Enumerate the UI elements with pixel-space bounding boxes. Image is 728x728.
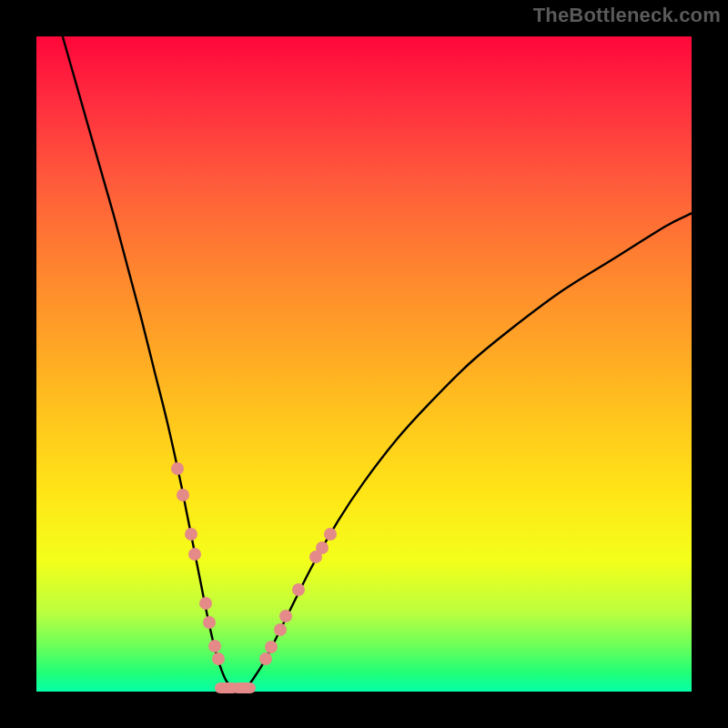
highlight-bead-flat: [232, 682, 256, 693]
curve-svg: [36, 36, 692, 692]
highlight-bead: [177, 489, 189, 501]
highlight-bead: [274, 623, 287, 636]
highlight-bead: [203, 616, 216, 629]
chart-frame: TheBottleneck.com: [0, 0, 728, 728]
highlight-bead: [265, 641, 278, 653]
bead-layer: [36, 36, 692, 692]
highlight-bead-flat: [215, 682, 238, 693]
highlight-bead: [212, 652, 225, 665]
highlight-bead: [208, 640, 221, 652]
watermark-text: TheBottleneck.com: [533, 4, 721, 27]
highlight-bead: [324, 528, 337, 541]
highlight-bead: [199, 597, 212, 610]
highlight-bead: [185, 528, 197, 541]
highlight-bead: [279, 610, 292, 622]
highlight-bead: [292, 583, 305, 596]
highlight-bead: [188, 548, 201, 561]
plot-area: [36, 36, 692, 692]
bottleneck-curve: [63, 36, 692, 689]
highlight-bead: [309, 551, 322, 563]
highlight-bead: [316, 541, 329, 554]
highlight-bead: [171, 462, 184, 475]
highlight-bead: [259, 652, 272, 665]
